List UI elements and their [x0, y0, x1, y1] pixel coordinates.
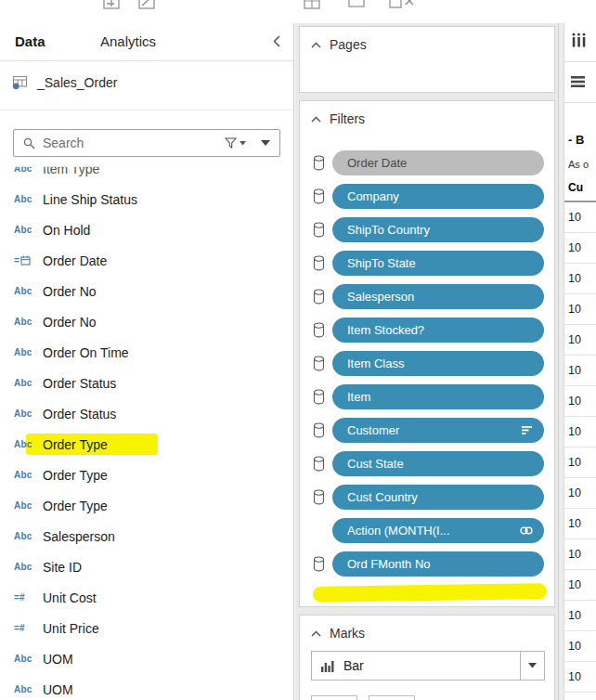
table-row[interactable]: 10 [564, 570, 596, 601]
table-row[interactable]: 10 [564, 294, 596, 325]
table-cell[interactable]: 10 [564, 241, 581, 254]
datasource-cylinder-icon [313, 356, 325, 371]
filter-fields-button[interactable] [225, 137, 246, 149]
table-cell[interactable]: 10 [564, 333, 581, 346]
filter-pill[interactable]: Order Date [332, 150, 544, 175]
table-row[interactable]: 10 [564, 325, 596, 356]
view-options-caret-icon[interactable] [261, 140, 270, 146]
field-item[interactable]: AbcOn Hold [0, 214, 293, 245]
datasource-row[interactable]: _Sales_Order [0, 68, 293, 97]
filter-pill[interactable]: Cust State [332, 451, 544, 476]
table-cell[interactable]: 10 [564, 578, 581, 591]
table-cell[interactable]: 10 [564, 272, 581, 285]
filter-pill[interactable]: Item [332, 384, 544, 409]
table-cell[interactable]: 10 [564, 211, 581, 224]
datasource-cylinder-icon [313, 556, 325, 572]
table-cell[interactable]: 10 [564, 456, 581, 469]
fix-axes-icon[interactable] [388, 0, 416, 10]
group-members-icon[interactable] [303, 0, 321, 10]
filter-pill[interactable]: ShipTo State [332, 251, 544, 276]
table-row[interactable]: 10 [564, 601, 596, 631]
table-row[interactable]: 10 [564, 447, 596, 478]
table-row[interactable]: 10 [564, 631, 596, 662]
collapse-pane-icon[interactable] [273, 35, 280, 47]
datasource-cylinder-icon [313, 155, 325, 171]
filter-pill[interactable]: Ord FMonth No [332, 551, 544, 577]
pane-divider[interactable] [558, 23, 564, 700]
calendar-icon [20, 255, 31, 266]
field-item[interactable]: AbcUOM [0, 643, 293, 674]
field-item[interactable]: AbcSite ID [0, 551, 293, 582]
string-field-icon: Abc [14, 531, 43, 541]
tab-analytics[interactable]: Analytics [100, 33, 156, 49]
table-cell[interactable]: 10 [564, 486, 581, 499]
filter-pill-label: Salesperson [347, 290, 533, 304]
field-item[interactable]: AbcOrder Status [0, 368, 293, 398]
field-item[interactable]: AbcOrder Status [0, 398, 293, 429]
mark-property-button[interactable] [311, 695, 357, 700]
filter-pill-label: Customer [347, 423, 516, 437]
collapse-card-icon[interactable] [311, 630, 321, 637]
filter-shelf-row: Cust State [300, 447, 554, 480]
tab-data[interactable]: Data [15, 33, 45, 49]
table-cell[interactable]: 10 [564, 364, 581, 377]
filter-pill[interactable]: Cust Country [332, 485, 544, 510]
string-field-icon: Abc [14, 684, 43, 694]
show-mark-labels-icon[interactable] [347, 0, 366, 10]
filter-pill[interactable]: Action (MONTH(I... [332, 518, 544, 543]
table-cell[interactable]: 10 [564, 670, 581, 683]
field-item[interactable]: AbcItem Type [0, 153, 293, 184]
table-row[interactable]: 10 [564, 356, 596, 386]
search-input[interactable] [43, 136, 225, 150]
filter-pill[interactable]: Salesperson [332, 284, 544, 309]
mark-type-caret-button[interactable] [520, 652, 544, 680]
table-cell[interactable]: 10 [564, 609, 581, 622]
field-item[interactable]: AbcOrder On Time [0, 337, 293, 368]
filter-pill[interactable]: Company [332, 184, 544, 209]
table-row[interactable]: 10 [564, 539, 596, 570]
field-item[interactable]: AbcOrder Type [0, 429, 293, 460]
sheet-subtitle: As o [568, 159, 589, 170]
field-item[interactable]: =#Unit Cost [0, 582, 293, 613]
collapse-card-icon[interactable] [311, 42, 321, 48]
field-item[interactable]: AbcOrder No [0, 276, 293, 306]
field-item[interactable]: AbcUOM [0, 674, 293, 700]
swap-axes-icon[interactable] [102, 0, 121, 10]
filter-pill[interactable]: Item Stocked? [332, 318, 544, 343]
string-field-icon: Abc [14, 194, 43, 204]
filter-shelf-row: Ord FMonth No [300, 547, 554, 580]
field-item[interactable]: AbcOrder Type [0, 460, 293, 490]
mark-type-dropdown[interactable]: Bar [311, 651, 545, 681]
field-item[interactable]: AbcOrder Type [0, 490, 293, 521]
sort-icon[interactable] [137, 0, 156, 10]
table-cell[interactable]: 10 [564, 395, 581, 408]
table-cell[interactable]: 10 [564, 517, 581, 530]
table-cell[interactable]: 10 [564, 425, 581, 438]
calculated-number-field-icon: =# [14, 623, 43, 633]
table-row[interactable]: 10 [564, 478, 596, 509]
field-item[interactable]: AbcSalesperson [0, 521, 293, 551]
table-row[interactable]: 10 [564, 509, 596, 539]
table-row[interactable]: 10 [564, 264, 596, 294]
filter-pill[interactable]: Item Class [332, 351, 544, 376]
table-cell[interactable]: 10 [564, 303, 581, 316]
table-row[interactable]: 10 [564, 386, 596, 417]
field-item[interactable]: AbcLine Ship Status [0, 184, 293, 214]
table-row[interactable]: 10 [564, 662, 596, 693]
table-row[interactable]: 10 [564, 202, 596, 233]
collapse-card-icon[interactable] [311, 116, 321, 123]
mark-property-button[interactable] [369, 695, 415, 700]
field-item[interactable]: =Order Date [0, 245, 293, 276]
pages-card[interactable]: Pages [299, 26, 555, 93]
worksheet-pane: - B As o Cu 1010101010101010101010101010… [564, 23, 596, 700]
table-row[interactable]: 10 [564, 233, 596, 264]
filter-pill[interactable]: Customer [332, 418, 544, 443]
field-item[interactable]: =#Unit Price [0, 613, 293, 643]
table-cell[interactable]: 10 [564, 548, 581, 561]
filter-pill[interactable]: ShipTo Country [332, 217, 544, 242]
field-label: Order On Time [43, 345, 129, 360]
field-item[interactable]: AbcOrder No [0, 306, 293, 337]
table-cell[interactable]: 10 [564, 640, 581, 653]
filter-shelf-row: ShipTo Country [300, 213, 554, 246]
table-row[interactable]: 10 [564, 417, 596, 447]
